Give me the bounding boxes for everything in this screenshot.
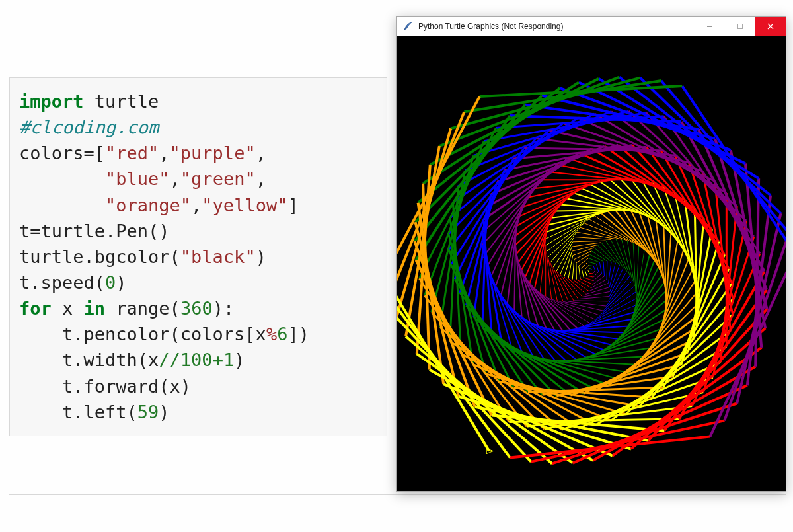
code-token: import: [19, 91, 84, 112]
svg-line-24: [599, 262, 601, 274]
svg-line-13: [588, 266, 593, 266]
svg-line-79: [622, 239, 633, 280]
svg-line-64: [556, 271, 574, 301]
svg-line-351: [397, 317, 531, 461]
code-token: 360: [180, 298, 213, 319]
svg-line-6: [591, 269, 592, 270]
code-token: t=turtle.Pen(): [19, 221, 170, 241]
svg-line-22: [584, 278, 593, 281]
feather-icon: [402, 21, 413, 32]
code-token: ):: [213, 298, 235, 319]
svg-line-111: [548, 211, 608, 225]
code-token: t.speed(: [19, 272, 105, 293]
svg-line-23: [593, 274, 601, 281]
code-token: 100: [180, 350, 213, 370]
svg-line-30: [603, 262, 605, 276]
code-editor: import turtle #clcoding.com colors=["red…: [9, 77, 387, 436]
svg-line-10: [589, 273, 593, 274]
svg-line-56: [572, 243, 601, 247]
minimize-button[interactable]: [695, 17, 725, 36]
svg-line-11: [593, 270, 595, 274]
code-token: t.forward(x): [19, 376, 191, 397]
code-token: t.pencolor(colors[x: [19, 324, 266, 344]
svg-line-74: [577, 232, 616, 239]
close-button[interactable]: [755, 17, 786, 36]
code-token: in: [84, 298, 106, 319]
svg-line-15: [585, 270, 587, 276]
window-title: Python Turtle Graphics (Not Responding): [418, 22, 695, 31]
maximize-button[interactable]: [725, 17, 755, 36]
turtle-canvas: [397, 36, 786, 491]
svg-line-45: [568, 256, 573, 279]
svg-line-16: [587, 276, 593, 277]
turtle-graphics-window: Python Turtle Graphics (Not Responding): [397, 16, 786, 492]
code-token: range(: [105, 298, 180, 319]
code-token: ,: [256, 169, 266, 189]
code-token: for: [19, 298, 52, 319]
code-token: "red": [105, 143, 159, 163]
code-token: x: [52, 298, 84, 319]
code-token: t.left(: [19, 402, 137, 422]
svg-line-66: [608, 272, 626, 301]
svg-line-58: [560, 274, 578, 299]
top-divider: [7, 11, 786, 11]
svg-line-105: [547, 213, 601, 232]
code-token: 6: [277, 324, 287, 344]
code-token: ,: [191, 195, 202, 215]
svg-line-46: [568, 278, 586, 294]
svg-line-26: [579, 258, 589, 266]
code-token: "green": [180, 169, 256, 189]
code-token: %: [266, 324, 277, 344]
svg-line-61: [606, 241, 624, 268]
svg-line-14: [585, 266, 589, 270]
svg-line-350: [397, 128, 451, 317]
svg-line-97: [636, 246, 639, 299]
svg-line-115: [632, 260, 654, 319]
svg-line-62: [573, 241, 606, 242]
code-token: "blue": [105, 169, 170, 189]
code-token: "yellow": [202, 195, 287, 215]
svg-line-76: [550, 262, 563, 301]
svg-line-21: [582, 268, 584, 278]
svg-line-17: [593, 272, 599, 277]
svg-rect-1: [738, 24, 743, 28]
svg-line-36: [607, 261, 607, 280]
code-token: 1: [223, 350, 234, 370]
code-token: ): [159, 402, 169, 422]
code-token: ,: [159, 143, 169, 163]
svg-line-12: [593, 266, 595, 270]
code-token: t.width(x: [19, 350, 159, 370]
svg-line-29: [593, 276, 605, 284]
svg-line-18: [596, 264, 598, 272]
svg-line-88: [547, 252, 552, 299]
svg-line-27: [579, 266, 580, 279]
code-token: ]): [287, 324, 309, 344]
svg-line-65: [574, 301, 608, 301]
code-token: "orange": [105, 195, 191, 215]
code-token: ): [234, 350, 245, 370]
svg-line-8: [588, 269, 589, 271]
code-token: turtle: [84, 91, 159, 112]
svg-line-42: [609, 262, 612, 283]
svg-line-120: [562, 326, 628, 330]
svg-line-81: [548, 227, 580, 257]
code-token: 59: [137, 402, 159, 422]
svg-line-55: [601, 243, 620, 265]
code-token: ,: [256, 143, 266, 163]
svg-line-19: [588, 262, 596, 264]
svg-line-84: [600, 286, 635, 315]
svg-line-349: [451, 78, 640, 129]
svg-line-9: [588, 270, 589, 273]
code-token: "black": [180, 247, 256, 267]
svg-line-348: [640, 78, 781, 214]
svg-line-31: [589, 254, 603, 262]
code-token: ): [116, 272, 126, 293]
svg-line-49: [597, 245, 615, 263]
code-token: +: [213, 350, 223, 370]
code-token: [19, 195, 105, 215]
code-token: "purple": [170, 143, 256, 163]
code-token: #clcoding.com: [19, 117, 159, 137]
code-token: colors=[: [19, 143, 105, 163]
code-token: //: [159, 350, 180, 370]
window-titlebar[interactable]: Python Turtle Graphics (Not Responding): [397, 17, 786, 36]
